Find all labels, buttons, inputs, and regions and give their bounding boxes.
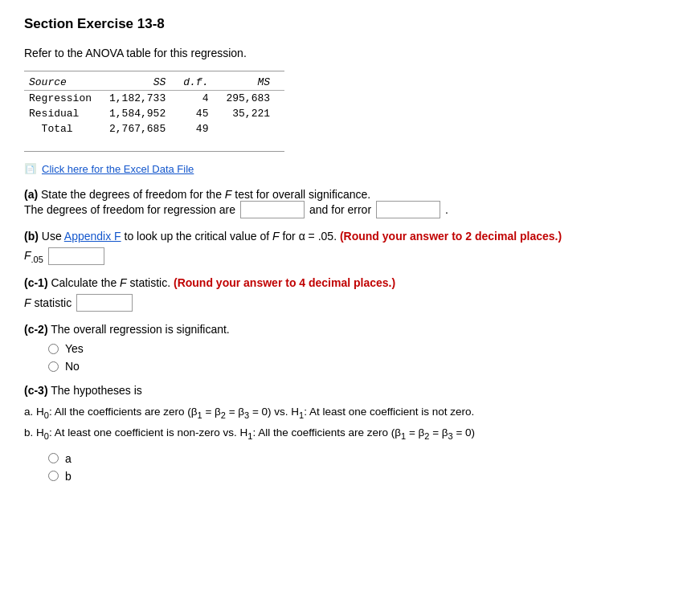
option-no-row: No	[48, 360, 663, 373]
option-yes-row: Yes	[48, 342, 663, 355]
option-yes-radio[interactable]	[48, 344, 59, 354]
table-row: Total 2,767,685 49	[24, 121, 284, 137]
f-statistic-input[interactable]	[76, 294, 133, 312]
part-a-text1: State the degrees of freedom for the F t…	[41, 188, 370, 201]
part-c1-question: (c-1) Calculate the F statistic. (Round …	[24, 276, 663, 289]
col-header-ss: SS	[106, 75, 180, 91]
part-a-period: .	[445, 203, 448, 216]
row-regression-df: 4	[180, 91, 223, 107]
col-header-ms: MS	[223, 75, 284, 91]
part-c1-answer-row: F statistic	[24, 294, 663, 312]
excel-link-text: Click here for the Excel Data File	[42, 163, 194, 175]
part-c2-options: Yes No	[48, 342, 663, 373]
part-b-text2: to look up the critical value of F for α…	[125, 230, 340, 243]
part-c3-block: (c-3) The hypotheses is a. H0: All the c…	[24, 384, 663, 483]
row-residual-df: 45	[180, 106, 223, 121]
row-regression-source: Regression	[24, 91, 106, 107]
excel-link[interactable]: 📄 Click here for the Excel Data File	[24, 162, 663, 175]
row-total-ms	[223, 121, 284, 137]
part-b-text1: Use	[42, 230, 64, 243]
table-row: Regression 1,182,733 4 295,683	[24, 91, 284, 107]
part-c3-question: (c-3) The hypotheses is	[24, 384, 663, 397]
part-a-prompt: The degrees of freedom for regression ar…	[24, 203, 235, 216]
part-b-answer-row: F.05	[24, 247, 663, 265]
regression-df-input[interactable]	[240, 201, 305, 218]
row-regression-ms: 295,683	[223, 91, 284, 107]
part-b-label: (b)	[24, 230, 39, 243]
hypothesis-block: a. H0: All the coefficients are zero (β1…	[24, 403, 663, 444]
col-header-source: Source	[24, 75, 106, 91]
row-residual-ss: 1,584,952	[106, 106, 180, 121]
row-regression-ss: 1,182,733	[106, 91, 180, 107]
option-no-radio[interactable]	[48, 361, 59, 372]
option-b-label: b	[65, 470, 72, 483]
option-a-radio[interactable]	[48, 453, 59, 463]
option-a-row: a	[48, 452, 663, 465]
hypothesis-line-a: a. H0: All the coefficients are zero (β1…	[24, 403, 663, 422]
page-title: Section Exercise 13-8	[24, 16, 663, 32]
part-c1-label: (c-1)	[24, 276, 48, 289]
option-no-label: No	[65, 360, 80, 373]
row-residual-source: Residual	[24, 106, 106, 121]
part-c1-text: Calculate the F statistic.	[51, 276, 174, 289]
appendix-f-link[interactable]: Appendix F	[64, 230, 121, 243]
part-b-bold: (Round your answer to 2 decimal places.)	[340, 230, 562, 243]
part-a-label: (a)	[24, 188, 38, 201]
part-c3-options: a b	[48, 452, 663, 483]
part-a-question: (a) State the degrees of freedom for the…	[24, 188, 663, 201]
error-df-input[interactable]	[376, 201, 440, 218]
part-a-answer-row: The degrees of freedom for regression ar…	[24, 201, 663, 218]
part-b-question: (b) Use Appendix F to look up the critic…	[24, 230, 663, 243]
excel-icon: 📄	[24, 162, 37, 175]
row-total-ss: 2,767,685	[106, 121, 180, 137]
option-b-row: b	[48, 470, 663, 483]
part-c2-label: (c-2)	[24, 323, 48, 336]
part-b-block: (b) Use Appendix F to look up the critic…	[24, 230, 663, 265]
option-yes-label: Yes	[65, 342, 84, 355]
row-residual-ms: 35,221	[223, 106, 284, 121]
table-row: Residual 1,584,952 45 35,221	[24, 106, 284, 121]
part-a-block: (a) State the degrees of freedom for the…	[24, 188, 663, 218]
hypothesis-line-b: b. H0: At least one coefficient is non-z…	[24, 424, 663, 443]
part-c2-text: The overall regression is significant.	[51, 323, 230, 336]
part-c3-text: The hypotheses is	[51, 384, 142, 397]
col-header-df: d.f.	[180, 75, 223, 91]
f-statistic-label: F statistic	[24, 296, 72, 309]
f05-label: F.05	[24, 249, 43, 264]
intro-text: Refer to the ANOVA table for this regres…	[24, 47, 663, 59]
f05-input[interactable]	[48, 247, 104, 265]
part-c1-bold: (Round your answer to 4 decimal places.)	[174, 276, 395, 289]
option-b-radio[interactable]	[48, 471, 59, 481]
anova-table: Source SS d.f. MS Regression 1,182,733 4…	[24, 75, 284, 137]
part-c2-block: (c-2) The overall regression is signific…	[24, 323, 663, 373]
part-c3-label: (c-3)	[24, 384, 48, 397]
svg-text:📄: 📄	[26, 165, 35, 174]
part-a-and-error: and for error	[309, 203, 371, 216]
part-c1-block: (c-1) Calculate the F statistic. (Round …	[24, 276, 663, 312]
row-total-df: 49	[180, 121, 223, 137]
row-total-source: Total	[24, 121, 106, 137]
anova-table-wrapper: Source SS d.f. MS Regression 1,182,733 4…	[24, 71, 284, 152]
part-c2-question: (c-2) The overall regression is signific…	[24, 323, 663, 336]
option-a-label: a	[65, 452, 72, 465]
